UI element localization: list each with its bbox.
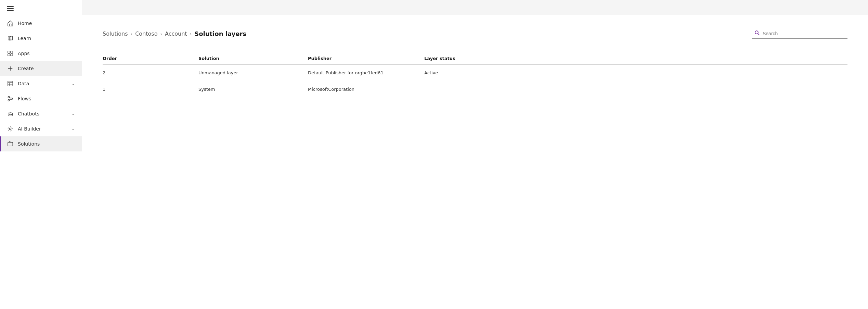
sidebar-item-home-label: Home <box>18 21 75 26</box>
row2-solution: System <box>198 81 308 98</box>
sidebar-item-create[interactable]: Create <box>0 61 82 76</box>
sidebar-item-apps[interactable]: Apps <box>0 46 82 61</box>
breadcrumb-sep-1: › <box>131 31 133 37</box>
breadcrumb-sep-3: › <box>190 31 192 37</box>
svg-point-16 <box>755 31 758 34</box>
table-icon <box>7 80 14 87</box>
svg-rect-1 <box>11 51 13 53</box>
svg-point-9 <box>11 98 13 100</box>
search-box[interactable] <box>752 29 847 39</box>
col-header-publisher: Publisher <box>308 52 424 65</box>
sidebar-item-flows[interactable]: Flows <box>0 91 82 106</box>
sidebar-item-create-label: Create <box>18 66 75 71</box>
search-icon <box>754 30 760 37</box>
sidebar-item-chatbots-label: Chatbots <box>18 111 67 116</box>
sidebar-item-solutions-label: Solutions <box>18 141 75 147</box>
row1-solution: Unmanaged layer <box>198 65 308 81</box>
breadcrumb: Solutions › Contoso › Account › Solution… <box>103 30 246 37</box>
svg-rect-3 <box>11 54 13 56</box>
hamburger-icon <box>7 6 14 11</box>
grid-icon <box>7 50 14 57</box>
col-header-solution: Solution <box>198 52 308 65</box>
row1-layer-status: Active <box>424 65 847 81</box>
main-content: Solutions › Contoso › Account › Solution… <box>82 0 868 309</box>
table-body: 2 Unmanaged layer Default Publisher for … <box>103 65 847 98</box>
table-header: Order Solution Publisher Layer status <box>103 52 847 65</box>
sidebar-item-data-label: Data <box>18 81 67 86</box>
svg-rect-4 <box>8 81 13 86</box>
hamburger-button[interactable] <box>0 0 82 14</box>
sidebar-item-home[interactable]: Home <box>0 16 82 31</box>
breadcrumb-current: Solution layers <box>194 30 246 37</box>
sidebar-item-learn-label: Learn <box>18 36 75 41</box>
solutions-icon <box>7 140 14 147</box>
table-row: 1 System MicrosoftCorporation <box>103 81 847 98</box>
svg-point-13 <box>11 114 12 115</box>
svg-rect-15 <box>8 143 13 146</box>
sidebar-item-apps-label: Apps <box>18 51 75 56</box>
col-header-order: Order <box>103 52 198 65</box>
svg-line-17 <box>758 34 759 35</box>
col-header-layer-status: Layer status <box>424 52 847 65</box>
sidebar-nav: Home Learn Apps <box>0 14 82 153</box>
svg-point-14 <box>9 128 11 129</box>
svg-point-8 <box>8 96 10 98</box>
top-bar <box>82 0 868 15</box>
breadcrumb-account[interactable]: Account <box>165 30 187 37</box>
chevron-down-icon-chatbots: ⌄ <box>72 111 75 116</box>
row1-order: 2 <box>103 65 198 81</box>
solution-layers-table: Order Solution Publisher Layer status 2 … <box>103 52 847 97</box>
plus-icon <box>7 65 14 72</box>
row2-publisher: MicrosoftCorporation <box>308 81 424 98</box>
chevron-down-icon: ⌄ <box>72 81 75 86</box>
chevron-down-icon-ai: ⌄ <box>72 126 75 131</box>
svg-rect-11 <box>8 113 13 116</box>
breadcrumb-solutions[interactable]: Solutions <box>103 30 128 37</box>
home-icon <box>7 20 14 27</box>
row2-order: 1 <box>103 81 198 98</box>
page-area: Solutions › Contoso › Account › Solution… <box>82 15 868 309</box>
sidebar-item-chatbots[interactable]: Chatbots ⌄ <box>0 106 82 121</box>
sidebar-item-learn[interactable]: Learn <box>0 31 82 46</box>
svg-point-12 <box>9 114 10 115</box>
search-input[interactable] <box>763 31 831 36</box>
breadcrumb-row: Solutions › Contoso › Account › Solution… <box>103 29 847 39</box>
svg-point-10 <box>8 99 10 101</box>
flow-icon <box>7 95 14 102</box>
breadcrumb-contoso[interactable]: Contoso <box>135 30 157 37</box>
sidebar: Home Learn Apps <box>0 0 82 309</box>
sidebar-item-data[interactable]: Data ⌄ <box>0 76 82 91</box>
row1-publisher: Default Publisher for orgbe1fed61 <box>308 65 424 81</box>
table-header-row: Order Solution Publisher Layer status <box>103 52 847 65</box>
breadcrumb-sep-2: › <box>160 31 162 37</box>
bot-icon <box>7 110 14 117</box>
book-icon <box>7 35 14 42</box>
sidebar-item-flows-label: Flows <box>18 96 75 101</box>
svg-rect-0 <box>8 51 10 53</box>
sidebar-item-solutions[interactable]: Solutions <box>0 136 82 151</box>
sidebar-item-ai-builder-label: AI Builder <box>18 126 67 132</box>
ai-icon <box>7 125 14 132</box>
svg-rect-2 <box>8 54 10 56</box>
table-row: 2 Unmanaged layer Default Publisher for … <box>103 65 847 81</box>
sidebar-item-ai-builder[interactable]: AI Builder ⌄ <box>0 121 82 136</box>
row2-layer-status <box>424 81 847 98</box>
